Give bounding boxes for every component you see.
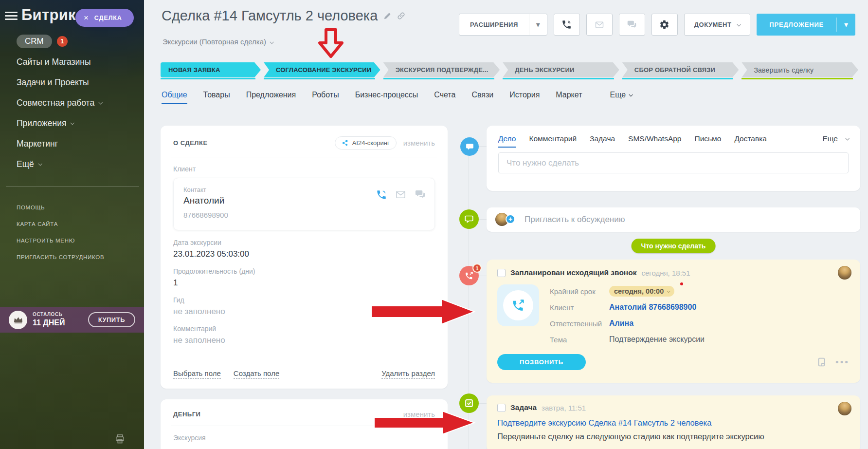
note-icon[interactable] — [816, 357, 827, 367]
chevron-down-icon — [629, 93, 633, 96]
responsible-link[interactable]: Алина — [609, 319, 633, 328]
tab-invoices[interactable]: Счета — [434, 91, 455, 99]
field-guide-value[interactable]: не заполнено — [173, 307, 435, 317]
page-title: Сделка #14 Гамсутль 2 человека — [162, 8, 378, 24]
subject-label: Тема — [550, 336, 609, 344]
contact-card[interactable]: Контакт Анатолий 87668698900 — [173, 178, 435, 230]
tab-more[interactable]: Еще — [610, 91, 632, 99]
mail-icon[interactable] — [395, 189, 406, 200]
field-date-value[interactable]: 23.01.2023 05:03:00 — [173, 249, 435, 259]
tab-general[interactable]: Общие — [162, 91, 187, 99]
contact-phone[interactable]: 87668698900 — [183, 211, 425, 219]
create-field-link[interactable]: Создать поле — [234, 369, 279, 379]
crm-counter-badge: 1 — [57, 36, 68, 47]
chat-button-toolbar[interactable] — [619, 14, 645, 36]
configure-menu-link[interactable]: НАСТРОИТЬ МЕНЮ — [17, 238, 104, 243]
tab-robots[interactable]: Роботы — [312, 91, 339, 99]
sidebar-item-marketing[interactable]: Маркетинг — [17, 137, 102, 150]
activity-tab-email[interactable]: Письмо — [695, 134, 722, 143]
todo-group-pill: Что нужно сделать — [632, 239, 716, 253]
call-now-button[interactable]: ПОЗВОНИТЬ — [497, 354, 586, 370]
call-title: Запланирован исходящий звонок — [510, 268, 636, 277]
activity-form-card: Дело Комментарий Задача SMS/WhatsApp Пис… — [487, 126, 860, 191]
task-link[interactable]: Подтвердите экскурсию Сделка #14 Гамсутл… — [497, 418, 850, 428]
proposal-button[interactable]: ПРЕДЛОЖЕНИЕ ▾ — [757, 14, 855, 36]
stage-excursion-day[interactable]: ДЕНЬ ЭКСКУРСИИ — [503, 62, 619, 79]
funnel-selector[interactable]: Экскурсии (Повторная сделка) — [163, 37, 273, 47]
deal-info-card: О СДЕЛКЕ AI24-скоринг изменить Клиент Ко… — [161, 126, 448, 389]
activity-tab-sms[interactable]: SMS/WhatsApp — [628, 134, 681, 143]
help-link[interactable]: ПОМОЩЬ — [17, 205, 104, 210]
call-checkbox[interactable] — [497, 269, 506, 277]
stage-new-request[interactable]: НОВАЯ ЗАЯВКА — [161, 62, 261, 79]
extensions-button[interactable]: РАСШИРЕНИЯ ▾ — [459, 14, 547, 36]
sitemap-link[interactable]: КАРТА САЙТА — [17, 221, 104, 227]
deal-slider-pill[interactable]: × СДЕЛКА — [75, 9, 134, 27]
hamburger-menu-icon[interactable] — [5, 12, 18, 21]
activity-tab-more[interactable]: Еще — [822, 134, 849, 143]
chevron-down-icon[interactable]: ▾ — [529, 20, 547, 29]
field-duration-value[interactable]: 1 — [173, 278, 435, 288]
discussion-icon[interactable] — [459, 209, 479, 229]
activity-tab-task[interactable]: Задача — [590, 134, 615, 143]
close-icon[interactable]: × — [84, 14, 89, 22]
sidebar-item-crm[interactable]: CRM 1 — [17, 35, 102, 48]
planned-call-icon[interactable]: 1 — [459, 266, 479, 285]
edit-title-pencil-icon[interactable] — [383, 12, 391, 20]
stage-approval[interactable]: СОГЛАСОВАНИЕ ЭКСКУРСИИ — [264, 62, 380, 79]
email-button-toolbar[interactable] — [586, 14, 613, 36]
task-checkbox[interactable] — [497, 404, 506, 412]
stage-feedback[interactable]: СБОР ОБРАТНОЙ СВЯЗИ — [622, 62, 739, 79]
sidebar-item-sites[interactable]: Сайты и Магазины — [17, 56, 102, 68]
printer-icon[interactable] — [114, 433, 126, 447]
toolbar: РАСШИРЕНИЯ ▾ ДОКУМЕНТ ПРЕДЛОЖЕНИЕ — [459, 14, 855, 36]
divider — [171, 426, 437, 426]
deadline-pill[interactable]: сегодня, 00:00 — [609, 286, 674, 297]
activity-tab-delivery[interactable]: Доставка — [734, 134, 767, 143]
sidebar-item-collab[interactable]: Совместная работа — [17, 96, 102, 109]
tab-links[interactable]: Связи — [471, 91, 493, 99]
edit-money-link[interactable]: изменить — [403, 410, 435, 418]
tab-history[interactable]: История — [509, 91, 540, 99]
document-button[interactable]: ДОКУМЕНТ — [684, 14, 751, 36]
tab-market[interactable]: Маркет — [556, 91, 582, 99]
tab-quotes[interactable]: Предложения — [246, 91, 296, 99]
activity-tab-deal[interactable]: Дело — [498, 134, 516, 143]
field-comment-value[interactable]: не заполнено — [173, 336, 435, 345]
avatar[interactable] — [838, 402, 851, 415]
invite-employees-link[interactable]: ПРИГЛАСИТЬ СОТРУДНИКОВ — [17, 254, 104, 260]
tab-bizproc[interactable]: Бизнес-процессы — [355, 91, 418, 99]
chevron-down-icon[interactable]: ▾ — [837, 14, 855, 36]
outgoing-call-icon — [464, 271, 474, 281]
copy-link-icon[interactable] — [397, 12, 405, 20]
call-button-toolbar[interactable] — [554, 14, 580, 36]
phone-icon[interactable] — [376, 189, 387, 200]
stage-confirmed[interactable]: ЭКСКУРСИЯ ПОДТВЕРЖДЕ... — [383, 62, 500, 79]
chat-bubble-icon — [465, 142, 474, 151]
buy-button[interactable]: КУПИТЬ — [88, 312, 135, 327]
select-field-link[interactable]: Выбрать поле — [173, 369, 221, 379]
edit-deal-link[interactable]: изменить — [403, 139, 435, 147]
activity-comment-icon[interactable] — [460, 137, 479, 156]
tab-products[interactable]: Товары — [203, 91, 230, 99]
sidebar-item-apps[interactable]: Приложения — [17, 117, 102, 130]
deadline-label: Крайний срок — [550, 287, 609, 296]
sidebar-item-more[interactable]: Ещё — [17, 158, 102, 170]
stage-close-deal[interactable]: Завершить сделку — [741, 62, 858, 79]
task-icon[interactable] — [459, 393, 479, 413]
settings-button-toolbar[interactable] — [651, 14, 678, 36]
bitrix24-deal-page: Битрикс 2 × СДЕЛКА CRM 1 Сайты и Магазин… — [0, 0, 868, 449]
ai-scoring-pill[interactable]: AI24-скоринг — [335, 136, 397, 150]
chat-icon[interactable] — [415, 189, 426, 200]
task-time: завтра, 11:51 — [542, 404, 586, 412]
invite-discussion-row[interactable]: + Пригласить к обсуждению — [487, 207, 860, 232]
plus-icon[interactable]: + — [506, 214, 515, 224]
todo-input[interactable] — [498, 152, 849, 173]
client-link[interactable]: Анатолий 87668698900 — [609, 303, 696, 312]
molecule-icon — [342, 139, 349, 147]
avatar[interactable] — [838, 266, 851, 280]
notification-dot — [680, 282, 683, 285]
sidebar-item-tasks[interactable]: Задачи и Проекты — [17, 76, 102, 89]
activity-tab-comment[interactable]: Комментарий — [529, 134, 577, 143]
delete-section-link[interactable]: Удалить раздел — [381, 369, 435, 379]
